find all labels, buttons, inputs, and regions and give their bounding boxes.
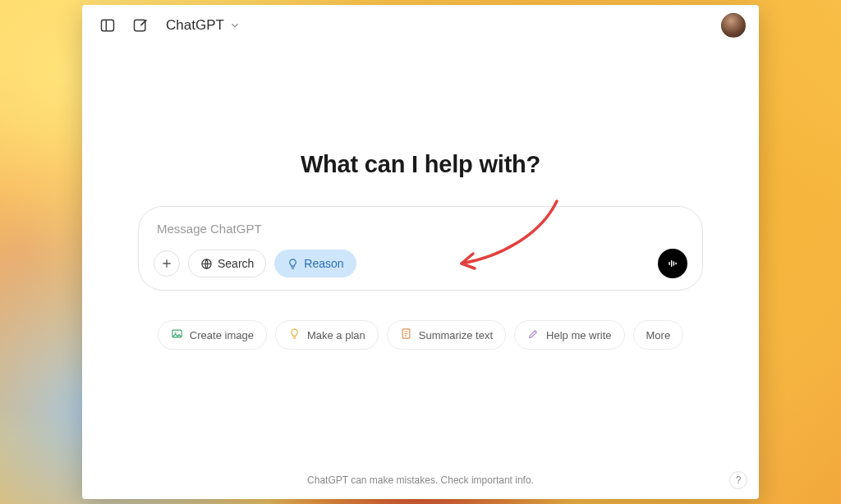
plus-icon [160, 257, 173, 270]
doc-icon [400, 328, 412, 342]
composer[interactable]: Message ChatGPT Search [138, 206, 703, 291]
model-name: ChatGPT [166, 17, 224, 34]
footer: ChatGPT can make mistakes. Check importa… [82, 466, 759, 499]
topbar: ChatGPT [82, 5, 759, 46]
sidebar-toggle-button[interactable] [95, 13, 120, 38]
chevron-down-icon [229, 20, 241, 31]
chip-label: Make a plan [307, 329, 365, 341]
chip-label: More [646, 329, 671, 341]
sidebar-icon [99, 17, 116, 34]
lightbulb-icon [288, 328, 301, 342]
chip-label: Help me write [546, 329, 611, 341]
new-chat-button[interactable] [128, 13, 153, 38]
chip-help-me-write[interactable]: Help me write [514, 320, 624, 350]
chip-more[interactable]: More [633, 320, 684, 350]
pen-icon [527, 328, 540, 342]
svg-rect-0 [102, 20, 114, 30]
globe-icon [200, 258, 213, 270]
svg-rect-6 [675, 263, 676, 265]
help-label: ? [736, 474, 742, 486]
reason-tool-button[interactable]: Reason [274, 250, 356, 277]
page-headline: What can I help with? [301, 151, 540, 178]
help-button[interactable]: ? [729, 471, 747, 489]
svg-rect-4 [671, 260, 672, 267]
search-tool-button[interactable]: Search [188, 250, 266, 277]
chatgpt-window: ChatGPT What can I help with? Message Ch… [82, 5, 759, 499]
svg-rect-3 [669, 262, 669, 265]
chip-summarize-text[interactable]: Summarize text [387, 320, 506, 350]
bulb-icon [287, 258, 299, 270]
voice-input-button[interactable] [658, 249, 687, 278]
composer-toolbar: Search Reason [154, 249, 687, 278]
chip-create-image[interactable]: Create image [158, 320, 267, 350]
image-icon [171, 328, 183, 342]
suggestion-chips: Create image Make a plan Summarize text [158, 320, 683, 350]
attach-button[interactable] [154, 250, 180, 277]
composer-wrap: Message ChatGPT Search [138, 206, 703, 291]
waveform-icon [666, 257, 679, 270]
main-area: What can I help with? Message ChatGPT [82, 46, 759, 466]
reason-tool-label: Reason [304, 257, 343, 270]
desktop-background: ChatGPT What can I help with? Message Ch… [0, 0, 841, 504]
chip-make-a-plan[interactable]: Make a plan [275, 320, 379, 350]
svg-rect-5 [673, 261, 674, 265]
user-avatar[interactable] [721, 13, 746, 38]
compose-icon [132, 17, 149, 34]
search-tool-label: Search [218, 257, 254, 270]
model-selector[interactable]: ChatGPT [161, 14, 246, 37]
disclaimer-text: ChatGPT can make mistakes. Check importa… [307, 474, 534, 486]
svg-rect-1 [135, 20, 145, 30]
chip-label: Summarize text [419, 329, 493, 341]
chip-label: Create image [190, 329, 254, 341]
message-input[interactable]: Message ChatGPT [154, 220, 687, 249]
